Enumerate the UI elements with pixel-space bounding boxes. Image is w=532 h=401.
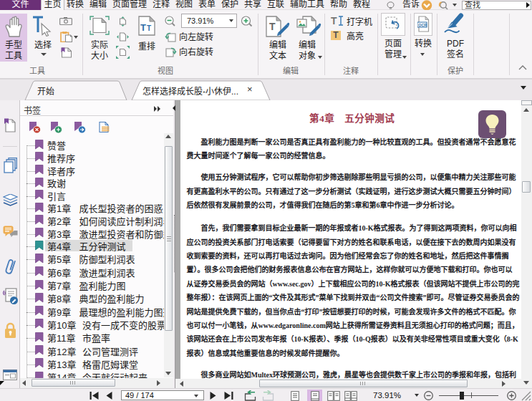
svg-text:OCR: OCR [418, 23, 427, 27]
svg-text:T: T [140, 22, 146, 33]
svg-text:T: T [269, 21, 276, 32]
svg-text:T: T [147, 24, 151, 32]
